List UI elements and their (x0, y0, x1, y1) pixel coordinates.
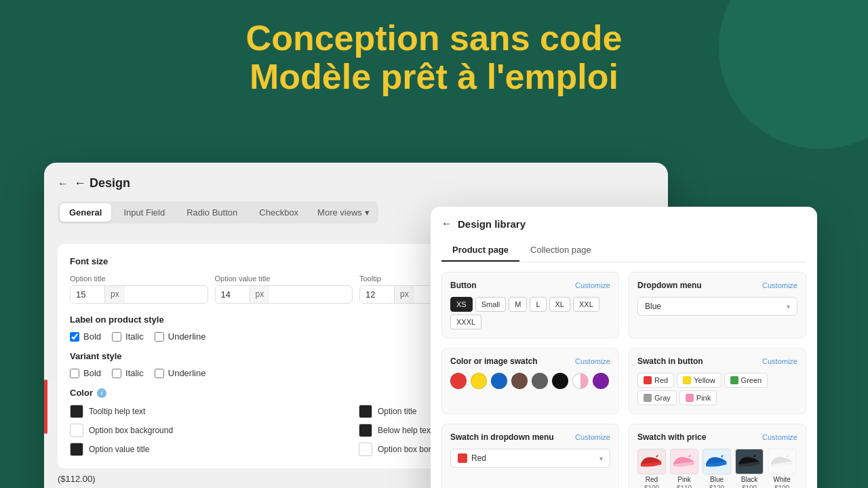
below-help-swatch[interactable] (359, 424, 372, 437)
dl-header: ← Design library (441, 218, 806, 230)
shoe-img-white (768, 449, 796, 474)
tab-radio-button[interactable]: Radio Button (177, 203, 247, 222)
btn-size-l[interactable]: L (530, 297, 546, 312)
dl-swatch-price-customize[interactable]: Customize (762, 433, 797, 441)
dl-swatch-header: Color or image swatch Customize (450, 357, 610, 366)
dl-color-swatch-section: Color or image swatch Customize (441, 348, 619, 414)
font-field-option_title: Option title px (70, 274, 208, 304)
swatch-dropdown-dot (458, 453, 467, 463)
swatch-price-red[interactable]: Red $100 (637, 449, 666, 488)
tab-input-field[interactable]: Input Field (114, 203, 174, 222)
swatch-btn-red[interactable]: Red (637, 373, 674, 388)
dl-swatch-title: Color or image swatch (450, 357, 538, 366)
swatch-red[interactable] (450, 373, 467, 389)
tab-general[interactable]: General (60, 203, 111, 222)
swatch-purple[interactable] (593, 373, 609, 389)
label-underline-checkbox[interactable]: Underline (155, 331, 206, 342)
swatch-brown[interactable] (511, 373, 528, 389)
hero-line2-highlight: l'emploi (487, 57, 618, 96)
variant-italic-checkbox[interactable]: Italic (112, 368, 144, 378)
btn-size-xl[interactable]: XL (549, 297, 570, 312)
swatch-btn-yellow[interactable]: Yellow (677, 373, 721, 388)
font-field-option_value_title: Option value title px (215, 274, 353, 304)
swatch-gray[interactable] (532, 373, 548, 389)
label-bold-checkbox[interactable]: Bold (70, 331, 101, 342)
swatch-yellow[interactable] (471, 373, 487, 389)
swatch-dropdown-field[interactable]: Red ▾ (450, 449, 610, 468)
swatch-btn-gray[interactable]: Gray (637, 390, 677, 405)
dl-tab-collection[interactable]: Collection page (519, 239, 602, 262)
variant-underline-checkbox[interactable]: Underline (155, 368, 206, 378)
design-library-panel: ← Design library Product page Collection… (431, 207, 817, 488)
swatch-price-pink[interactable]: Pink $110 (670, 449, 698, 488)
hero-line2-plain: Modèle prêt à (250, 57, 487, 96)
label-italic-checkbox[interactable]: Italic (112, 331, 144, 342)
chevron-down-icon: ▾ (365, 207, 370, 218)
btn-size-xxl[interactable]: XXL (573, 297, 599, 312)
dl-swatch-dropdown-section: Swatch in dropdown menu Customize Red ▾ (441, 424, 619, 488)
color-swatch-row (450, 373, 610, 389)
option-box-bg-swatch[interactable] (70, 424, 83, 437)
dl-tab-product[interactable]: Product page (441, 239, 519, 262)
dl-button-title: Button (450, 281, 477, 290)
swatch-btn-yellow-dot (683, 376, 691, 384)
dl-dropdown-section: Dropdown menu Customize Blue ▾ (629, 272, 806, 338)
dl-swatch-customize[interactable]: Customize (575, 357, 610, 365)
swatch-dropdown-arrow: ▾ (599, 455, 603, 462)
dl-button-section: Button Customize XS Small M L XL XXL XXX… (441, 272, 619, 338)
hero-line1: Conception sans code (0, 19, 868, 58)
btn-size-small[interactable]: Small (475, 297, 507, 312)
dropdown-field[interactable]: Blue ▾ (637, 297, 797, 316)
swatch-button-row: Red Yellow Green Gray Pink (637, 373, 797, 405)
variant-bold-checkbox[interactable]: Bold (70, 368, 101, 378)
swatch-btn-green[interactable]: Green (724, 373, 768, 388)
button-size-group: XS Small M L XL XXL XXXL (450, 297, 610, 329)
swatch-btn-red-dot (644, 376, 652, 384)
dl-swatch-dd-header: Swatch in dropdown menu Customize (450, 432, 610, 442)
tab-more-views[interactable]: More views ▾ (311, 203, 376, 222)
hero-section: Conception sans code Modèle prêt à l'emp… (0, 0, 868, 96)
swatch-price-white[interactable]: White $100 (768, 449, 796, 488)
dl-swatch-btn-title: Swatch in button (637, 357, 703, 366)
swatch-blue[interactable] (491, 373, 507, 389)
color-tooltip-help: Tooltip help text (70, 405, 353, 418)
swatch-price-blue[interactable]: Blue $120 (703, 449, 731, 488)
dl-swatch-btn-header: Swatch in button Customize (637, 357, 797, 366)
tab-group: General Input Field Radio Button Checkbo… (58, 201, 378, 224)
dl-back-arrow[interactable]: ← (441, 218, 452, 230)
panel-header: ← ← Design (58, 176, 654, 190)
option-title-swatch[interactable] (359, 405, 372, 418)
back-arrow-icon[interactable]: ← (58, 178, 68, 190)
tab-checkbox[interactable]: Checkbox (250, 203, 308, 222)
shoe-img-blue (703, 449, 731, 474)
swatch-btn-pink-dot (686, 394, 694, 402)
dropdown-arrow-icon: ▾ (787, 303, 790, 310)
dl-swatch-dd-customize[interactable]: Customize (575, 433, 610, 441)
btn-size-m[interactable]: M (509, 297, 527, 312)
dl-title: Design library (458, 218, 526, 230)
btn-size-xs[interactable]: XS (450, 297, 473, 312)
dl-button-header: Button Customize (450, 281, 610, 290)
swatch-half-pink[interactable] (572, 373, 589, 389)
dl-dropdown-customize[interactable]: Customize (762, 281, 797, 289)
swatch-btn-green-dot (730, 376, 738, 384)
info-icon[interactable]: i (97, 388, 106, 398)
swatch-btn-pink[interactable]: Pink (679, 390, 717, 405)
dl-swatch-dd-title: Swatch in dropdown menu (450, 432, 554, 442)
shoe-img-black (735, 449, 764, 474)
swatch-black[interactable] (552, 373, 568, 389)
hero-line2: Modèle prêt à l'emploi (0, 58, 868, 96)
option-box-border-swatch[interactable] (359, 443, 372, 456)
dl-swatch-price-header: Swatch with price Customize (637, 432, 797, 442)
dl-grid: Button Customize XS Small M L XL XXL XXX… (441, 272, 806, 488)
btn-size-xxxl[interactable]: XXXL (450, 314, 481, 329)
swatch-price-black[interactable]: Black $100 (735, 449, 764, 488)
dl-dropdown-header: Dropdown menu Customize (637, 281, 797, 290)
red-accent-bar (44, 380, 47, 434)
color-option-box-bg: Option box background (70, 424, 353, 437)
option-value-title-swatch[interactable] (70, 443, 83, 456)
tooltip-help-swatch[interactable] (70, 405, 83, 418)
dl-button-customize[interactable]: Customize (575, 281, 610, 289)
dl-swatch-btn-customize[interactable]: Customize (762, 357, 797, 365)
dl-dropdown-title: Dropdown menu (637, 281, 702, 290)
